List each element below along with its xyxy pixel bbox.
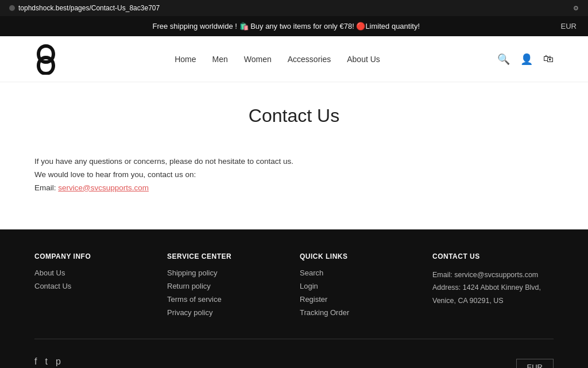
contact-para2: We would love to hear from you, contact … <box>34 168 322 182</box>
footer-company-info: COMPANY INFO About Us Contact Us <box>34 252 156 321</box>
logo[interactable] <box>34 43 57 75</box>
url-bar: tophdshock.best/pages/Contact-Us_8ac3e70… <box>9 4 160 12</box>
footer-login[interactable]: Login <box>300 282 421 290</box>
footer-search[interactable]: Search <box>300 269 421 277</box>
currency-button[interactable]: EUR <box>516 359 554 368</box>
contact-content: If you have any questions or concerns, p… <box>34 155 322 195</box>
footer-service-heading: SERVICE CENTER <box>167 252 288 260</box>
footer-privacy-policy[interactable]: Privacy policy <box>167 308 288 317</box>
footer-terms-of-service[interactable]: Terms of service <box>167 295 288 304</box>
announcement-text: Free shipping worldwide ! 🛍️ Buy any two… <box>11 22 561 30</box>
footer-service-center: SERVICE CENTER Shipping policy Return po… <box>167 252 288 321</box>
footer-left: f t p © 2024On Running. All Rights Reser… <box>34 356 160 368</box>
main-nav: Home Men Women Accessories About Us <box>175 55 380 64</box>
contact-email[interactable]: service@svcsupports.com <box>58 183 149 192</box>
footer-contact-heading: CONTACT US <box>432 252 554 260</box>
footer-contact-info: Email: service@svcsupports.comAddress: 1… <box>432 269 554 308</box>
contact-para1: If you have any questions or concerns, p… <box>34 155 322 168</box>
logo-svg <box>34 43 57 75</box>
email-label: Email: <box>34 183 56 192</box>
browser-bar: tophdshock.best/pages/Contact-Us_8ac3e70… <box>0 0 588 16</box>
twitter-icon[interactable]: t <box>45 356 47 367</box>
nav-accessories[interactable]: Accessories <box>288 55 331 64</box>
facebook-icon[interactable]: f <box>34 356 37 367</box>
footer-contact-col: CONTACT US Email: service@svcsupports.co… <box>432 252 554 321</box>
footer-contact-us[interactable]: Contact Us <box>34 282 156 290</box>
footer-quick-links: QUICK LINKS Search Login Register Tracki… <box>300 252 421 321</box>
footer-divider <box>34 339 554 339</box>
footer-about-us[interactable]: About Us <box>34 269 156 277</box>
cart-icon[interactable]: 🛍 <box>543 53 554 65</box>
browser-url: tophdshock.best/pages/Contact-Us_8ac3e70… <box>18 4 160 12</box>
footer-register[interactable]: Register <box>300 295 421 304</box>
footer-company-heading: COMPANY INFO <box>34 252 156 260</box>
footer-quick-heading: QUICK LINKS <box>300 252 421 260</box>
nav-men[interactable]: Men <box>212 55 228 64</box>
main-content: Contact Us If you have any questions or … <box>0 82 588 229</box>
browser-dot <box>9 5 15 11</box>
footer-social: f t p <box>34 356 160 367</box>
footer-return-policy[interactable]: Return policy <box>167 282 288 290</box>
contact-email-line: Email: service@svcsupports.com <box>34 182 322 195</box>
page-title: Contact Us <box>34 105 554 126</box>
account-icon[interactable]: 👤 <box>520 53 533 66</box>
footer-tracking-order[interactable]: Tracking Order <box>300 308 421 317</box>
pinterest-icon[interactable]: p <box>56 356 61 367</box>
footer-grid: COMPANY INFO About Us Contact Us SERVICE… <box>34 252 554 339</box>
footer-shipping-policy[interactable]: Shipping policy <box>167 269 288 277</box>
footer-bottom: f t p © 2024On Running. All Rights Reser… <box>34 348 554 368</box>
nav-home[interactable]: Home <box>175 55 196 64</box>
announcement-bar: Free shipping worldwide ! 🛍️ Buy any two… <box>0 16 588 36</box>
browser-right-icons: ⚙ <box>573 5 579 12</box>
site-header: Home Men Women Accessories About Us 🔍 👤 … <box>0 36 588 82</box>
header-icons: 🔍 👤 🛍 <box>497 53 554 66</box>
search-icon[interactable]: 🔍 <box>497 53 510 66</box>
site-footer: COMPANY INFO About Us Contact Us SERVICE… <box>0 229 588 368</box>
nav-about[interactable]: About Us <box>347 55 380 64</box>
nav-women[interactable]: Women <box>244 55 272 64</box>
announcement-currency: EUR <box>561 22 577 30</box>
